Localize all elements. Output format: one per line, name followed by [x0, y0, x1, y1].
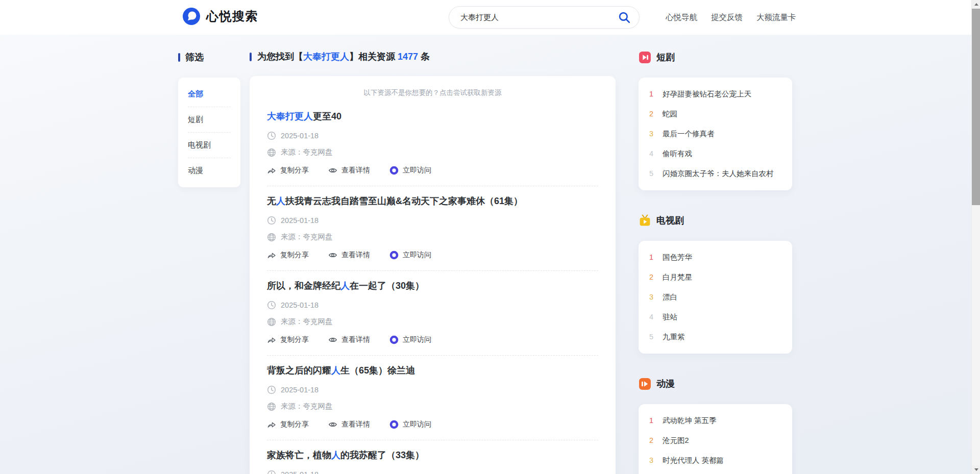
refresh-notice[interactable]: 以下资源不是你想要的？点击尝试获取新资源: [267, 88, 598, 97]
result-date: 2025-01-18: [281, 386, 318, 394]
visit-ring-icon: [389, 335, 399, 344]
rank-row[interactable]: 2 蛇园: [649, 104, 781, 124]
rank-row[interactable]: 5 九重紫: [649, 327, 781, 347]
result-source: 来源：夸克网盘: [281, 402, 333, 411]
scrollbar-down-button[interactable]: [972, 465, 980, 474]
scroll-up-icon: [974, 3, 978, 6]
nav-link[interactable]: 大额流量卡: [756, 12, 796, 23]
rank-row[interactable]: 4 驻站: [649, 307, 781, 327]
rank-number: 3: [649, 456, 655, 464]
result-title[interactable]: 大奉打更人更至40: [267, 110, 598, 122]
filter-item[interactable]: 短剧: [188, 107, 231, 133]
share-icon: [267, 166, 276, 175]
visit-now-label: 立即访问: [403, 251, 431, 260]
result-date-row: 2025-01-18: [267, 385, 598, 394]
result-title[interactable]: 背叛之后的闪耀人生（65集）徐兰迪: [267, 364, 598, 377]
clock-icon: [267, 216, 276, 225]
copy-share-button[interactable]: 复制分享: [267, 335, 309, 344]
title-keyword: 人: [331, 365, 340, 376]
title-text: 背叛之后的闪耀: [267, 365, 331, 376]
scrollbar-thumb[interactable]: [972, 9, 980, 205]
scroll-down-icon: [974, 468, 978, 471]
result-item: 家族将亡，植物人的我苏醒了（33集） 2025-01-18: [267, 440, 598, 474]
view-detail-button[interactable]: 查看详情: [328, 420, 370, 429]
title-text: 在一起了（30集）: [350, 281, 424, 291]
result-item: 大奉打更人更至40 2025-01-18: [267, 102, 598, 186]
source-prefix: 来源：: [281, 402, 303, 410]
scrollbar[interactable]: [971, 0, 980, 474]
accent-bar: [250, 53, 252, 61]
nav-link[interactable]: 提交反馈: [711, 12, 743, 23]
filter-item[interactable]: 全部: [188, 82, 231, 107]
heading-text: 为您找到【大奉打更人】相关资源 1477 条: [257, 51, 430, 63]
globe-icon: [267, 148, 276, 157]
nav-link[interactable]: 心悦导航: [666, 12, 697, 23]
rank-row[interactable]: 4 偷听有戏: [649, 144, 781, 164]
title-keyword: 大奉打更人: [267, 111, 313, 121]
rank-row[interactable]: 5 闪婚京圈太子爷：夫人她来自农村: [649, 164, 781, 184]
rank-item-title: 漂白: [663, 292, 677, 302]
source-name: 夸克网盘: [303, 233, 333, 241]
title-text: 无: [267, 196, 276, 206]
title-text: 更至40: [313, 111, 341, 121]
rank-number: 1: [649, 253, 655, 261]
clock-icon: [267, 470, 276, 474]
clock-icon: [267, 131, 276, 140]
visit-now-button[interactable]: 立即访问: [389, 335, 431, 344]
rank-row[interactable]: 1 武动乾坤 第五季: [649, 411, 781, 431]
rank-number: 2: [649, 110, 655, 118]
result-actions: 复制分享 查看详情: [267, 251, 598, 260]
view-detail-button[interactable]: 查看详情: [328, 166, 370, 175]
visit-ring-icon: [389, 420, 399, 429]
result-source: 来源：夸克网盘: [281, 232, 333, 242]
rank-row[interactable]: 3 时光代理人 英都篇: [649, 451, 781, 470]
filter-item[interactable]: 动漫: [188, 158, 231, 183]
result-item: 无人扶我青云志我自踏雪至山巅&名动天下之家事难休（61集） 2025-01-18: [267, 186, 598, 271]
heading-middle: 】相关资源: [349, 52, 398, 62]
rank-row[interactable]: 4 仙逆: [649, 470, 781, 474]
visit-now-button[interactable]: 立即访问: [389, 420, 431, 429]
result-title[interactable]: 家族将亡，植物人的我苏醒了（33集）: [267, 449, 598, 461]
copy-share-button[interactable]: 复制分享: [267, 166, 309, 175]
result-title[interactable]: 所以，和金牌经纪人在一起了（30集）: [267, 280, 598, 292]
visit-now-label: 立即访问: [403, 420, 431, 429]
visit-now-button[interactable]: 立即访问: [389, 166, 431, 175]
tv-title: 电视剧: [656, 214, 684, 227]
rank-row[interactable]: 3 漂白: [649, 287, 781, 307]
view-detail-label: 查看详情: [341, 335, 370, 344]
short-drama-header: 短剧: [639, 51, 792, 64]
source-prefix: 来源：: [281, 233, 303, 241]
visit-now-label: 立即访问: [403, 335, 431, 344]
view-detail-button[interactable]: 查看详情: [328, 335, 370, 344]
rank-row[interactable]: 2 沧元图2: [649, 431, 781, 451]
eye-icon: [328, 335, 337, 344]
rank-row[interactable]: 2 白月梵星: [649, 267, 781, 287]
rank-item-title: 国色芳华: [663, 253, 692, 262]
rank-row[interactable]: 1 国色芳华: [649, 247, 781, 267]
rank-section-short-drama: 短剧 1 好孕甜妻被钻石老公宠上天 2 蛇园 3 最后一个修真者: [639, 51, 792, 190]
rank-row[interactable]: 3 最后一个修真者: [649, 124, 781, 144]
result-source: 来源：夸克网盘: [281, 317, 333, 327]
copy-share-button[interactable]: 复制分享: [267, 251, 309, 260]
rank-number: 2: [649, 436, 655, 444]
rank-item-title: 九重紫: [663, 332, 685, 342]
view-detail-button[interactable]: 查看详情: [328, 251, 370, 260]
result-title[interactable]: 无人扶我青云志我自踏雪至山巅&名动天下之家事难休（61集）: [267, 195, 598, 207]
copy-share-button[interactable]: 复制分享: [267, 420, 309, 429]
visit-now-button[interactable]: 立即访问: [389, 251, 431, 260]
result-date: 2025-01-18: [281, 132, 318, 140]
rank-item-title: 最后一个修真者: [663, 129, 715, 139]
result-source-row: 来源：夸克网盘: [267, 317, 598, 327]
result-date-row: 2025-01-18: [267, 470, 598, 474]
copy-share-label: 复制分享: [280, 166, 309, 175]
scrollbar-up-button[interactable]: [972, 0, 980, 9]
brand-logo[interactable]: 心悦搜索: [182, 7, 258, 26]
search-input[interactable]: [460, 13, 617, 22]
copy-share-label: 复制分享: [280, 335, 309, 344]
tv-card: 1 国色芳华 2 白月梵星 3 漂白 4 驻站: [639, 241, 792, 354]
filter-item[interactable]: 电视剧: [188, 133, 231, 158]
result-source-row: 来源：夸克网盘: [267, 147, 598, 157]
search-icon[interactable]: [617, 10, 632, 25]
rank-row[interactable]: 1 好孕甜妻被钻石老公宠上天: [649, 84, 781, 104]
anime-icon: [639, 378, 651, 390]
